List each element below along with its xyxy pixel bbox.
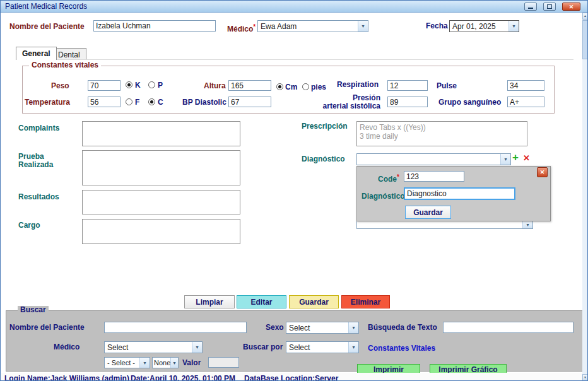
- scroll-down-icon: ▼: [584, 375, 587, 380]
- date-label: Fecha: [426, 22, 448, 30]
- limpiar-button[interactable]: Limpiar: [184, 295, 235, 308]
- temperatura-input[interactable]: [88, 97, 121, 107]
- cargo-textarea[interactable]: [82, 219, 240, 244]
- altura-label: Altura: [204, 82, 226, 90]
- buscar-sexo-select[interactable]: Select ▾: [286, 322, 359, 334]
- respiration-label: Respiration: [337, 81, 379, 89]
- vital-select[interactable]: - Select - ▾: [104, 357, 150, 368]
- buscar-doctor-select[interactable]: Select ▾: [104, 341, 203, 353]
- minimize-icon: [528, 8, 533, 9]
- chevron-down-icon: ▾: [358, 21, 368, 32]
- chevron-down-icon: ▾: [170, 358, 178, 368]
- close-button[interactable]: ✕: [562, 3, 580, 11]
- editar-button[interactable]: Editar: [237, 295, 286, 308]
- status-login: Login Name:Jack Williams (admin): [4, 374, 129, 381]
- buscar-text-search-input[interactable]: [443, 322, 573, 333]
- buscar-patient-name-label: Nombre del Paciente: [9, 324, 85, 332]
- presion-sistolica-input[interactable]: [387, 97, 428, 107]
- popup-code-label: Code*: [378, 173, 399, 184]
- maximize-button[interactable]: [543, 3, 556, 11]
- temp-unit-f-radio[interactable]: [126, 98, 132, 105]
- resultados-textarea[interactable]: [82, 190, 240, 214]
- cargo-label: Cargo: [18, 221, 40, 230]
- chevron-down-icon: ▾: [500, 154, 510, 165]
- altura-input[interactable]: [228, 80, 271, 91]
- vertical-scrollbar[interactable]: ▲ ▼: [582, 13, 588, 381]
- chevron-down-icon: ▾: [509, 21, 519, 32]
- presion-sistolica-label: Presión arterial sistólica: [315, 94, 380, 110]
- patient-name-input[interactable]: [93, 20, 216, 32]
- hidden-diagnosis-select[interactable]: ▾: [356, 220, 533, 229]
- guardar-button[interactable]: Guardar: [289, 295, 339, 308]
- delete-diagnosis-icon[interactable]: ✕: [523, 154, 530, 162]
- diagnostico-select[interactable]: ▾: [356, 153, 511, 165]
- grupo-sanguineo-label: Grupo sanguíneo: [438, 98, 501, 107]
- prescripcion-label: Prescripción: [302, 122, 348, 131]
- buscar-patient-name-input[interactable]: [104, 322, 247, 333]
- bp-diastolic-input[interactable]: [228, 97, 271, 107]
- peso-unit-k-radio[interactable]: [126, 81, 132, 88]
- peso-unit-p-label: P: [158, 81, 163, 90]
- scroll-up-button[interactable]: ▲: [582, 13, 588, 20]
- temp-unit-f-label: F: [135, 98, 139, 107]
- doctor-label: Médico*: [227, 23, 256, 33]
- add-diagnosis-icon[interactable]: +: [512, 152, 519, 163]
- minimize-button[interactable]: [524, 3, 537, 11]
- app-window: Patient Medical Records ✕ ▲ ▼ Nombre del…: [0, 0, 588, 381]
- buscar-legend: Buscar: [18, 306, 49, 314]
- scrollbar-thumb[interactable]: [582, 20, 588, 59]
- grupo-sanguineo-input[interactable]: [507, 97, 544, 107]
- temp-unit-c-radio[interactable]: [148, 98, 155, 105]
- popup-guardar-button[interactable]: Guardar: [405, 206, 451, 219]
- eliminar-button[interactable]: Eliminar: [341, 295, 390, 308]
- altura-unit-pies-radio[interactable]: [302, 83, 309, 90]
- buscar-doctor-label: Médico: [54, 343, 79, 351]
- chevron-down-icon: ▾: [348, 342, 358, 353]
- buscar-por-select[interactable]: Select ▾: [286, 341, 359, 353]
- popup-diagnostico-label: Diagnóstico*: [362, 190, 408, 201]
- respiration-input[interactable]: [387, 80, 428, 91]
- peso-unit-p-radio[interactable]: [148, 81, 155, 88]
- window-title: Patient Medical Records: [5, 2, 87, 11]
- buscar-text-search-label: Búsqueda de Texto: [368, 324, 437, 332]
- status-date: Date:April 10, 2025, 01:00 PM: [131, 374, 235, 381]
- required-icon: *: [397, 173, 399, 180]
- status-bar: Login Name:Jack Williams (admin) Date:Ap…: [1, 373, 582, 381]
- prueba-realizada-label: Prueba Realizada: [18, 153, 53, 169]
- status-database: DataBase Location:Server: [244, 374, 338, 381]
- tab-strip-line: [16, 59, 573, 60]
- title-bar: Patient Medical Records: [1, 1, 588, 13]
- tab-dental[interactable]: Dental: [52, 48, 86, 60]
- temperatura-label: Temperatura: [25, 98, 70, 107]
- altura-unit-cm-radio[interactable]: [276, 83, 283, 90]
- complaints-label: Complaints: [18, 124, 59, 132]
- popup-diagnostico-input[interactable]: [404, 187, 515, 200]
- popup-code-input[interactable]: [404, 171, 464, 182]
- date-picker[interactable]: Apr 01, 2025 ▾: [449, 20, 519, 32]
- buscar-sexo-label: Sexo: [266, 324, 284, 332]
- chevron-down-icon: ▾: [348, 322, 358, 333]
- pulse-label: Pulse: [437, 82, 457, 90]
- temp-unit-c-label: C: [158, 98, 163, 107]
- close-icon: ✕: [540, 169, 545, 175]
- tab-general[interactable]: General: [16, 47, 57, 60]
- peso-input[interactable]: [88, 80, 121, 91]
- popup-close-button[interactable]: ✕: [537, 167, 548, 177]
- valor-label: Valor: [182, 359, 201, 367]
- chevron-down-icon: ▾: [192, 342, 202, 353]
- pulse-input[interactable]: [507, 80, 544, 91]
- bp-diastolic-label: BP Diastolic: [182, 98, 226, 107]
- complaints-textarea[interactable]: [82, 121, 240, 146]
- scroll-up-icon: ▲: [584, 13, 587, 19]
- required-icon: *: [253, 23, 256, 30]
- vitals-legend: Constantes vitales: [29, 61, 101, 69]
- valor-input[interactable]: [208, 357, 239, 368]
- scroll-down-button[interactable]: ▼: [582, 374, 588, 381]
- prueba-realizada-textarea[interactable]: [82, 150, 240, 185]
- altura-unit-cm-label: Cm: [285, 83, 297, 91]
- maximize-icon: [547, 4, 552, 9]
- doctor-select[interactable]: Ewa Adam ▾: [257, 20, 368, 32]
- close-icon: ✕: [569, 4, 574, 10]
- operator-select[interactable]: None ▾: [152, 357, 179, 368]
- prescripcion-textarea[interactable]: Revo Tabs x ((Yes)) 3 time daily: [356, 121, 527, 146]
